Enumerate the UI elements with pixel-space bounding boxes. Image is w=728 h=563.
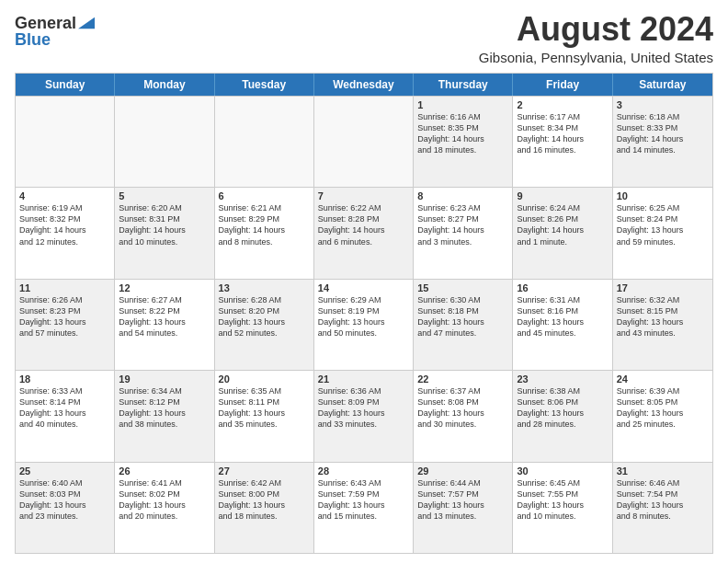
calendar-cell: 22Sunrise: 6:37 AMSunset: 8:08 PMDayligh…: [414, 371, 513, 461]
cell-info-line: and 47 minutes.: [417, 327, 508, 339]
cell-info-line: Daylight: 13 hours: [617, 224, 709, 236]
cell-info-line: and 50 minutes.: [318, 327, 409, 339]
cell-info-line: Sunset: 8:18 PM: [417, 305, 508, 316]
calendar-header: SundayMondayTuesdayWednesdayThursdayFrid…: [16, 74, 712, 96]
cell-info-line: and 8 minutes.: [617, 511, 709, 522]
day-header-sunday: Sunday: [16, 74, 115, 96]
cell-info-line: and 20 minutes.: [119, 511, 210, 522]
cell-info-line: Sunset: 8:29 PM: [219, 213, 310, 224]
cell-info-line: Daylight: 13 hours: [119, 316, 210, 327]
calendar-cell: 20Sunrise: 6:35 AMSunset: 8:11 PMDayligh…: [215, 371, 314, 461]
cell-info-line: and 25 minutes.: [617, 419, 709, 430]
cell-info-line: Daylight: 14 hours: [119, 224, 210, 236]
cell-info-line: Sunset: 8:34 PM: [517, 122, 608, 133]
cell-info-line: and 3 minutes.: [417, 236, 508, 247]
day-number: 8: [417, 190, 508, 201]
cell-info-line: Daylight: 13 hours: [617, 408, 709, 419]
calendar-cell: 17Sunrise: 6:32 AMSunset: 8:15 PMDayligh…: [613, 280, 712, 370]
cell-info-line: Sunrise: 6:30 AM: [417, 294, 508, 305]
cell-info-line: Sunrise: 6:25 AM: [617, 202, 709, 213]
calendar-cell: 16Sunrise: 6:31 AMSunset: 8:16 PMDayligh…: [513, 280, 612, 370]
cell-info-line: and 12 minutes.: [19, 236, 110, 247]
calendar-cell: [115, 97, 214, 187]
cell-info-line: Sunrise: 6:33 AM: [19, 385, 110, 396]
cell-info-line: Sunrise: 6:18 AM: [617, 111, 709, 122]
cell-info-line: Sunrise: 6:28 AM: [219, 294, 310, 305]
calendar-row-0: 1Sunrise: 6:16 AMSunset: 8:35 PMDaylight…: [16, 96, 712, 187]
calendar-body: 1Sunrise: 6:16 AMSunset: 8:35 PMDaylight…: [16, 96, 712, 553]
cell-info-line: Daylight: 14 hours: [219, 224, 310, 236]
cell-info-line: Daylight: 13 hours: [219, 316, 310, 327]
calendar-cell: 28Sunrise: 6:43 AMSunset: 7:59 PMDayligh…: [314, 463, 414, 553]
cell-info-line: Daylight: 14 hours: [517, 224, 608, 236]
calendar: SundayMondayTuesdayWednesdayThursdayFrid…: [15, 73, 713, 554]
day-number: 26: [119, 465, 210, 477]
day-header-monday: Monday: [115, 74, 214, 96]
cell-info-line: Sunset: 8:26 PM: [517, 213, 608, 224]
cell-info-line: and 59 minutes.: [617, 236, 709, 247]
calendar-cell: [16, 97, 115, 187]
cell-info-line: Sunrise: 6:16 AM: [417, 111, 508, 122]
cell-info-line: and 43 minutes.: [617, 327, 709, 339]
cell-info-line: Sunset: 8:08 PM: [417, 396, 508, 408]
cell-info-line: Daylight: 13 hours: [219, 408, 310, 419]
cell-info-line: and 33 minutes.: [318, 419, 409, 430]
day-number: 6: [219, 190, 310, 201]
svg-marker-0: [78, 17, 95, 29]
calendar-cell: 14Sunrise: 6:29 AMSunset: 8:19 PMDayligh…: [314, 280, 414, 370]
cell-info-line: and 6 minutes.: [318, 236, 409, 247]
cell-info-line: Daylight: 13 hours: [318, 500, 409, 511]
cell-info-line: and 13 minutes.: [417, 511, 508, 522]
cell-info-line: Daylight: 13 hours: [318, 316, 409, 327]
cell-info-line: Daylight: 14 hours: [318, 224, 409, 236]
calendar-cell: 12Sunrise: 6:27 AMSunset: 8:22 PMDayligh…: [115, 280, 214, 370]
cell-info-line: Daylight: 13 hours: [417, 316, 508, 327]
day-number: 20: [219, 373, 310, 385]
cell-info-line: Sunrise: 6:45 AM: [517, 477, 608, 488]
cell-info-line: Sunrise: 6:19 AM: [19, 202, 110, 213]
cell-info-line: and 40 minutes.: [19, 419, 110, 430]
day-number: 21: [318, 373, 409, 385]
cell-info-line: and 52 minutes.: [219, 327, 310, 339]
cell-info-line: and 57 minutes.: [19, 327, 110, 339]
logo-icon: [78, 17, 95, 29]
day-header-tuesday: Tuesday: [215, 74, 314, 96]
cell-info-line: Daylight: 13 hours: [19, 316, 110, 327]
day-number: 18: [19, 373, 110, 385]
calendar-cell: 25Sunrise: 6:40 AMSunset: 8:03 PMDayligh…: [16, 463, 115, 553]
cell-info-line: Sunrise: 6:39 AM: [617, 385, 709, 396]
cell-info-line: Sunset: 8:27 PM: [417, 213, 508, 224]
calendar-cell: 15Sunrise: 6:30 AMSunset: 8:18 PMDayligh…: [414, 280, 513, 370]
cell-info-line: Daylight: 14 hours: [517, 133, 608, 144]
cell-info-line: Daylight: 14 hours: [19, 224, 110, 236]
calendar-cell: 18Sunrise: 6:33 AMSunset: 8:14 PMDayligh…: [16, 371, 115, 461]
cell-info-line: Sunrise: 6:17 AM: [517, 111, 608, 122]
cell-info-line: Daylight: 13 hours: [617, 316, 709, 327]
cell-info-line: Sunset: 8:09 PM: [318, 396, 409, 408]
day-number: 11: [19, 282, 110, 293]
cell-info-line: Sunset: 8:22 PM: [119, 305, 210, 316]
cell-info-line: Sunset: 8:20 PM: [219, 305, 310, 316]
cell-info-line: Sunset: 8:16 PM: [517, 305, 608, 316]
calendar-cell: 26Sunrise: 6:41 AMSunset: 8:02 PMDayligh…: [115, 463, 214, 553]
calendar-row-1: 4Sunrise: 6:19 AMSunset: 8:32 PMDaylight…: [16, 187, 712, 278]
calendar-cell: 21Sunrise: 6:36 AMSunset: 8:09 PMDayligh…: [314, 371, 414, 461]
cell-info-line: Daylight: 14 hours: [417, 224, 508, 236]
cell-info-line: Sunset: 8:19 PM: [318, 305, 409, 316]
cell-info-line: Sunrise: 6:44 AM: [417, 477, 508, 488]
logo: General Blue: [15, 11, 95, 48]
cell-info-line: and 18 minutes.: [219, 511, 310, 522]
day-number: 1: [417, 99, 508, 110]
cell-info-line: Sunrise: 6:34 AM: [119, 385, 210, 396]
cell-info-line: Sunset: 8:14 PM: [19, 396, 110, 408]
day-number: 10: [617, 190, 709, 201]
cell-info-line: and 23 minutes.: [19, 511, 110, 522]
cell-info-line: Sunrise: 6:26 AM: [19, 294, 110, 305]
calendar-cell: 8Sunrise: 6:23 AMSunset: 8:27 PMDaylight…: [414, 188, 513, 278]
day-number: 3: [617, 99, 709, 110]
calendar-cell: 19Sunrise: 6:34 AMSunset: 8:12 PMDayligh…: [115, 371, 214, 461]
cell-info-line: Sunrise: 6:27 AM: [119, 294, 210, 305]
cell-info-line: Sunrise: 6:37 AM: [417, 385, 508, 396]
cell-info-line: and 8 minutes.: [219, 236, 310, 247]
day-number: 27: [219, 465, 310, 477]
